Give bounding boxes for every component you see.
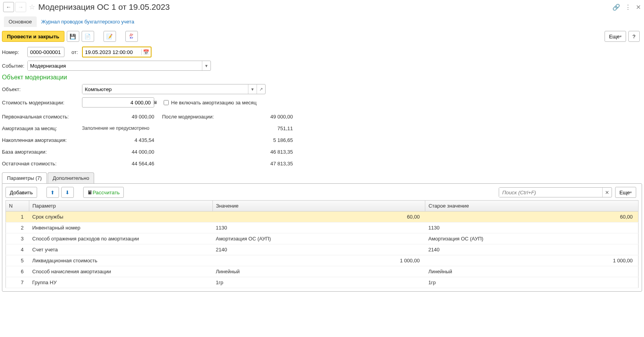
header-bar: ← → ☆ Модернизация ОС 1 от 19.05.2023 🔗 … xyxy=(0,0,644,14)
calendar-icon: 📅 xyxy=(143,49,149,55)
arrow-up-icon: ⬆ xyxy=(50,190,55,195)
object-open-button[interactable]: ↗ xyxy=(257,84,265,94)
object-input[interactable] xyxy=(82,84,248,94)
close-icon[interactable]: ✕ xyxy=(636,4,641,11)
residual-label: Остаточная стоимость: xyxy=(2,161,82,167)
cell-old: Амортизация ОС (АУП) xyxy=(425,233,639,244)
section-title: Объект модернизации xyxy=(2,74,642,81)
help-button[interactable]: ? xyxy=(628,31,640,42)
cell-old: 1 000,00 xyxy=(425,255,639,266)
more-menu-icon[interactable]: ⋮ xyxy=(625,4,631,11)
move-down-button[interactable]: ⬇ xyxy=(61,187,74,198)
cell-n: 1 xyxy=(6,212,29,222)
accum-amort-after: 5 186,65 xyxy=(225,137,293,143)
event-input[interactable] xyxy=(28,61,202,70)
th-n[interactable]: N xyxy=(6,201,29,212)
table-row[interactable]: 2Инвентарный номер11301130 xyxy=(6,222,639,233)
cell-value: 1гр xyxy=(213,277,425,288)
table-row[interactable]: 4Счет учета21402140 xyxy=(6,244,639,255)
event-dropdown-button[interactable]: ▼ xyxy=(202,61,211,70)
note-icon: 📝 xyxy=(106,34,113,39)
object-label: Объект: xyxy=(2,86,82,92)
cell-value: 2140 xyxy=(213,244,425,255)
cell-n: 7 xyxy=(6,277,29,288)
table-row[interactable]: 5Ликвидационная стоимость1 000,001 000,0… xyxy=(6,255,639,266)
calculator-icon: 🖩 xyxy=(153,100,158,105)
calculator-icon: 🖩 xyxy=(87,190,93,195)
link-icon[interactable]: 🔗 xyxy=(612,4,620,11)
favorite-star-icon[interactable]: ☆ xyxy=(29,3,35,11)
accum-amort-label: Накопленная амортизация: xyxy=(2,137,82,143)
cell-param: Способ отражения расходов по амортизации xyxy=(29,233,213,244)
initial-cost-label: Первоначальная стоимость: xyxy=(2,114,82,120)
nav-forward-button[interactable]: → xyxy=(15,2,26,12)
post-button[interactable]: 📄 xyxy=(82,31,94,42)
cell-old: Линейный xyxy=(425,266,639,277)
table-row[interactable]: 3Способ отражения расходов по амортизаци… xyxy=(6,233,639,244)
document-icon: 📄 xyxy=(84,34,91,39)
cell-n: 3 xyxy=(6,233,29,244)
th-param[interactable]: Параметр xyxy=(29,201,213,212)
event-select: ▼ xyxy=(27,61,211,71)
cell-param: Способ начисления амортизации xyxy=(29,266,213,277)
object-dropdown-button[interactable]: ▼ xyxy=(248,84,257,94)
cell-param: Счет учета xyxy=(29,244,213,255)
after-mod-label: После модернизации: xyxy=(162,114,225,120)
nav-back-button[interactable]: ← xyxy=(3,2,14,12)
nav-tab-journal[interactable]: Журнал проводок бухгалтерского учета xyxy=(37,16,139,27)
post-and-close-button[interactable]: Провести и закрыть xyxy=(2,31,64,42)
calculate-label: Рассчитать xyxy=(93,190,120,195)
calendar-button[interactable]: 📅 xyxy=(141,49,151,55)
cell-old: 2140 xyxy=(425,244,639,255)
residual-value: 44 564,46 xyxy=(82,161,162,167)
more-button[interactable]: Еще xyxy=(605,31,626,42)
page-title: Модернизация ОС 1 от 19.05.2023 xyxy=(38,2,612,12)
cell-old: 1гр xyxy=(425,277,639,288)
object-select: ▼ ↗ xyxy=(82,84,266,94)
exclude-amort-label: Не включать амортизацию за месяц xyxy=(171,100,257,106)
cell-value: 60,00 xyxy=(213,212,425,222)
tab-parameters[interactable]: Параметры (7) xyxy=(2,172,47,183)
th-old[interactable]: Старое значение xyxy=(425,201,639,212)
search-input[interactable] xyxy=(499,188,602,197)
add-button[interactable]: Добавить xyxy=(5,187,37,198)
cost-input-wrap: 🖩 xyxy=(82,97,154,108)
table-row[interactable]: 1Срок службы60,0060,00 xyxy=(6,212,639,222)
th-value[interactable]: Значение xyxy=(213,201,425,212)
cost-input[interactable] xyxy=(82,99,153,106)
calculate-button[interactable]: 🖩 Рассчитать xyxy=(83,187,124,198)
table-row[interactable]: 7Группа НУ1гр1гр xyxy=(6,277,639,288)
amort-month-note: Заполнение не предусмотрено xyxy=(82,125,162,131)
note-button[interactable]: 📝 xyxy=(103,31,116,42)
exclude-amort-checkbox[interactable] xyxy=(164,100,169,105)
nav-tabs: Основное Журнал проводок бухгалтерского … xyxy=(0,14,644,27)
move-up-button[interactable]: ⬆ xyxy=(46,187,59,198)
dtkt-button[interactable]: ДтКт xyxy=(125,31,138,42)
tab-more-button[interactable]: Еще xyxy=(615,187,636,198)
arrow-down-icon: ⬇ xyxy=(65,190,70,195)
initial-cost-value: 49 000,00 xyxy=(82,114,162,120)
date-input[interactable] xyxy=(83,48,141,56)
cost-label: Стоимость модернизации: xyxy=(2,100,82,106)
nav-tab-main[interactable]: Основное xyxy=(4,16,37,27)
table-row[interactable]: 6Способ начисления амортизацииЛинейныйЛи… xyxy=(6,266,639,277)
cell-param: Группа НУ xyxy=(29,277,213,288)
tab-additional[interactable]: Дополнительно xyxy=(48,172,95,183)
amort-month-label: Амортизация за месяц: xyxy=(2,125,82,131)
accum-amort-value: 4 435,54 xyxy=(82,137,162,143)
date-input-wrap: 📅 xyxy=(82,47,152,57)
cell-n: 6 xyxy=(6,266,29,277)
event-label: Событие: xyxy=(2,63,27,69)
save-icon: 💾 xyxy=(70,34,76,39)
search-wrap: ✕ xyxy=(499,187,612,197)
calc-icon-button[interactable]: 🖩 xyxy=(153,100,158,105)
cell-param: Инвентарный номер xyxy=(29,222,213,233)
save-button[interactable]: 💾 xyxy=(67,31,79,42)
after-initial-cost-value: 49 000,00 xyxy=(225,114,293,120)
search-clear-button[interactable]: ✕ xyxy=(602,188,612,197)
cell-param: Срок службы xyxy=(29,212,213,222)
number-input[interactable] xyxy=(27,47,64,57)
amort-month-after: 751,11 xyxy=(225,125,293,131)
cell-value: Амортизация ОС (АУП) xyxy=(213,233,425,244)
cell-value: Линейный xyxy=(213,266,425,277)
